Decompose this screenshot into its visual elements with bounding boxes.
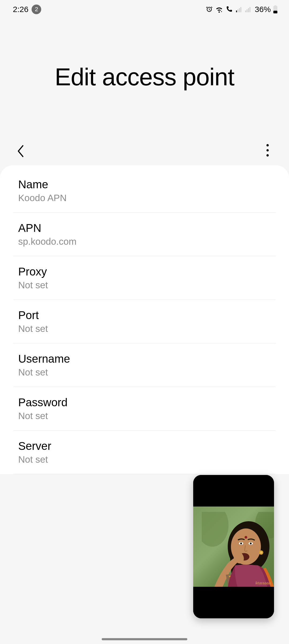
setting-row-name[interactable]: Name Koodo APN xyxy=(13,178,276,213)
setting-value: Not set xyxy=(18,323,271,334)
setting-label: Password xyxy=(18,396,271,409)
setting-label: Server xyxy=(18,440,271,453)
gesture-bar[interactable] xyxy=(102,638,187,640)
pip-video-content: iktaraaaa xyxy=(193,507,274,587)
status-bar: 2:26 2 xyxy=(0,0,289,16)
svg-rect-6 xyxy=(248,8,249,12)
setting-value: sp.koodo.com xyxy=(18,236,271,247)
battery-percent: 36% xyxy=(255,5,271,14)
svg-point-13 xyxy=(267,154,269,157)
svg-point-14 xyxy=(202,512,229,547)
svg-rect-10 xyxy=(273,11,277,13)
setting-label: Port xyxy=(18,309,271,322)
setting-value: Not set xyxy=(18,411,271,421)
pip-letterbox-top xyxy=(193,475,274,507)
svg-point-25 xyxy=(260,551,262,554)
toolbar xyxy=(0,136,289,163)
setting-row-apn[interactable]: APN sp.koodo.com xyxy=(13,213,276,256)
status-left: 2:26 2 xyxy=(13,5,41,14)
setting-row-proxy[interactable]: Proxy Not set xyxy=(13,256,276,300)
setting-label: Name xyxy=(18,178,271,191)
alarm-icon xyxy=(206,6,213,13)
settings-list: Name Koodo APN APN sp.koodo.com Proxy No… xyxy=(0,165,289,474)
setting-row-port[interactable]: Port Not set xyxy=(13,300,276,343)
svg-point-18 xyxy=(245,536,247,539)
svg-rect-2 xyxy=(239,8,240,12)
svg-point-12 xyxy=(267,149,269,152)
wifi-calling-icon xyxy=(225,5,233,13)
svg-point-22 xyxy=(250,543,252,545)
setting-value: Not set xyxy=(18,454,271,465)
setting-value: Koodo APN xyxy=(18,193,271,203)
svg-rect-4 xyxy=(245,10,246,12)
setting-label: APN xyxy=(18,222,271,235)
status-time: 2:26 xyxy=(13,5,28,14)
svg-rect-1 xyxy=(238,9,238,12)
notification-badge: 2 xyxy=(32,5,41,14)
battery-icon xyxy=(273,5,278,13)
setting-row-password[interactable]: Password Not set xyxy=(13,387,276,431)
setting-row-server[interactable]: Server Not set xyxy=(13,431,276,474)
svg-point-20 xyxy=(240,543,242,545)
setting-label: Proxy xyxy=(18,265,271,278)
page-title: Edit access point xyxy=(11,63,278,91)
svg-rect-9 xyxy=(274,5,276,6)
svg-rect-7 xyxy=(249,7,250,12)
setting-row-username[interactable]: Username Not set xyxy=(13,343,276,387)
pip-video-frame xyxy=(202,512,274,587)
status-right: 36% xyxy=(206,5,278,14)
back-button[interactable] xyxy=(16,144,27,155)
wifi-icon xyxy=(215,5,223,13)
setting-value: Not set xyxy=(18,367,271,378)
svg-point-11 xyxy=(267,144,269,147)
svg-rect-5 xyxy=(247,9,248,12)
pip-letterbox-bottom xyxy=(193,587,274,618)
signal-icon-1 xyxy=(235,6,242,13)
signal-icon-2 xyxy=(245,6,252,13)
svg-rect-0 xyxy=(236,10,237,12)
pip-watermark: iktaraaaa xyxy=(255,581,271,585)
svg-rect-3 xyxy=(240,7,241,12)
setting-label: Username xyxy=(18,352,271,365)
more-menu-button[interactable] xyxy=(262,144,273,155)
pip-window[interactable]: iktaraaaa xyxy=(193,475,274,618)
page-header: Edit access point xyxy=(0,16,289,136)
setting-value: Not set xyxy=(18,280,271,290)
